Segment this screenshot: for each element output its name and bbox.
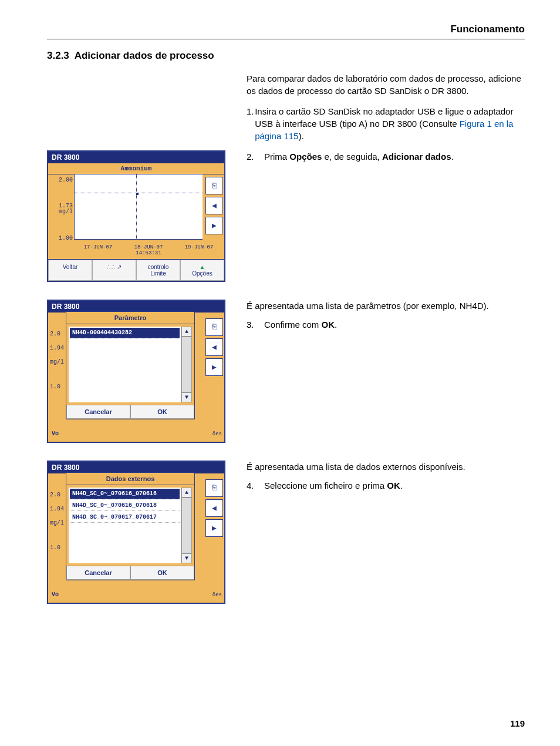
step-3: 3. Confirme com OK.: [247, 318, 525, 331]
section-number: 3.2.3: [47, 50, 69, 61]
pc-link-icon[interactable]: ⎘: [205, 479, 223, 497]
step-4: 4. Seleccione um ficheiro e prima OK.: [247, 479, 525, 492]
list-item[interactable]: NH4D_SC_0~_070616_070618: [70, 500, 180, 511]
step-2-bold-adicionar: Adicionar dados: [382, 152, 451, 162]
step-2-text-c: .: [451, 152, 453, 162]
list-item[interactable]: NH4D_SC_0~_070617_070617: [70, 512, 180, 523]
step-4-number: 4.: [247, 479, 264, 492]
step-3-text-b: .: [335, 320, 337, 330]
step-4-text-b: .: [400, 480, 403, 490]
step-1-number: 1.: [247, 105, 255, 142]
nav-right-icon[interactable]: ▶: [205, 358, 223, 376]
intro-paragraph: Para comparar dados de laboratório com d…: [247, 72, 525, 97]
scroll-up-icon[interactable]: ▲: [181, 488, 192, 498]
voltar-button[interactable]: Voltar: [48, 260, 92, 281]
voltar-stub: Vo: [52, 431, 59, 437]
step-2-text-b: e, de seguida,: [322, 152, 382, 162]
step-3-lead: É apresentada uma lista de parâmetros (p…: [247, 300, 525, 312]
cancelar-button[interactable]: Cancelar: [66, 566, 130, 580]
section-title-text: Adicionar dados de processo: [75, 50, 214, 61]
step-3-number: 3.: [247, 318, 264, 331]
voltar-stub: Vo: [52, 592, 59, 598]
step-1-text-b: ).: [298, 131, 303, 141]
ok-button[interactable]: OK: [130, 566, 194, 580]
x-axis: 17-JUN-07 18-JUN-07 14:53:31 19-JUN-07: [48, 244, 224, 259]
screenshot-parametro-dialog: DR 3800 2.0 1.94 mg/l 1.0 ⎘ ◀ ▶ Vo ões P…: [47, 300, 225, 443]
opcoes-stub: ões: [212, 431, 222, 437]
scroll-up-icon[interactable]: ▲: [181, 327, 192, 337]
x-tick-1: 17-JUN-07: [73, 245, 123, 257]
opcoes-stub: ões: [212, 592, 222, 598]
nav-left-icon[interactable]: ◀: [205, 338, 223, 356]
step-4-bold-ok: OK: [387, 480, 400, 490]
bg-y-axis: 2.0 1.94 mg/l 1.0: [50, 488, 64, 555]
cancelar-button[interactable]: Cancelar: [66, 405, 130, 419]
device-title: DR 3800: [48, 462, 224, 473]
screenshot-dados-externos-dialog: DR 3800 2.0 1.94 mg/l 1.0 ⎘ ◀ ▶ Vo ões D…: [47, 461, 225, 604]
step-3-bold-ok: OK: [322, 320, 335, 330]
list-item[interactable]: NH4D_SC_0~_070616_070616: [70, 489, 180, 499]
step-3-text-a: Confirme com: [264, 320, 322, 330]
x-tick-2-time: 14:53:31: [123, 251, 174, 257]
dialog-title-parametro: Parâmetro: [66, 312, 194, 324]
nav-right-icon[interactable]: ▶: [205, 217, 223, 234]
step-4-lead: É apresentada uma lista de dados externo…: [247, 461, 525, 473]
dialog-scrollbar[interactable]: ▲ ▼: [181, 327, 192, 402]
step-2: 2. Prima Opções e, de seguida, Adicionar…: [247, 150, 525, 163]
page-number: 119: [510, 718, 525, 728]
step-1: 1. Insira o cartão SD SanDisk no adaptad…: [247, 105, 525, 142]
chart-area[interactable]: [74, 174, 203, 240]
running-header: Funcionamento: [47, 23, 525, 39]
y-tick-top: 2.00: [59, 177, 73, 183]
chart-title: Ammonium: [48, 163, 224, 174]
pc-link-icon[interactable]: ⎘: [205, 318, 223, 336]
nav-right-icon[interactable]: ▶: [205, 519, 223, 537]
step-4-text-a: Seleccione um ficheiro e prima: [264, 480, 387, 490]
nav-left-icon[interactable]: ◀: [205, 499, 223, 517]
opcoes-button[interactable]: ▲Opções: [180, 260, 224, 281]
step-2-number: 2.: [247, 150, 264, 163]
screenshot-ammonium-chart: DR 3800 Ammonium 2.00 1.73 mg/l 1.00: [47, 150, 225, 282]
y-axis: 2.00 1.73 mg/l 1.00: [48, 174, 74, 244]
bg-y-axis: 2.0 1.94 mg/l 1.0: [50, 327, 64, 394]
list-item[interactable]: NH4D-000404430282: [70, 328, 180, 338]
scroll-down-icon[interactable]: ▼: [181, 392, 192, 402]
dialog-scrollbar[interactable]: ▲ ▼: [181, 488, 192, 563]
device-title: DR 3800: [48, 152, 224, 163]
device-title: DR 3800: [48, 301, 224, 312]
y-tick-mid-unit: mg/l: [59, 209, 73, 215]
step-2-bold-opcoes: Opções: [289, 152, 322, 162]
y-tick-bottom: 1.00: [59, 235, 73, 241]
points-button[interactable]: ∴ ∴ ↗: [92, 260, 136, 281]
dialog-title-dados-externos: Dados externos: [66, 473, 194, 485]
x-tick-3: 19-JUN-07: [174, 245, 224, 257]
pc-link-icon[interactable]: ⎘: [205, 177, 223, 194]
ok-button[interactable]: OK: [130, 405, 194, 419]
controlo-limite-button[interactable]: controloLimite: [136, 260, 180, 281]
step-2-text-a: Prima: [264, 152, 289, 162]
nav-left-icon[interactable]: ◀: [205, 197, 223, 214]
scroll-down-icon[interactable]: ▼: [181, 553, 192, 563]
section-heading: 3.2.3 Adicionar dados de processo: [47, 50, 525, 62]
